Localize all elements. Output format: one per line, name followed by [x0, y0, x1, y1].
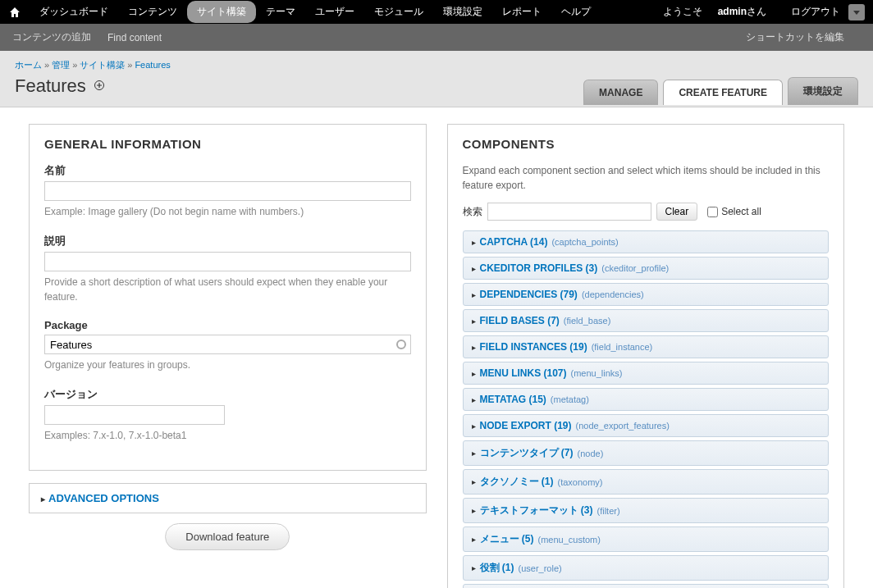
- description-description: Provide a short description of what user…: [44, 275, 411, 304]
- topbar-menu-item[interactable]: 環境設定: [433, 1, 492, 23]
- breadcrumb-link[interactable]: サイト構築: [80, 60, 125, 70]
- component-item[interactable]: CKEDITOR PROFILES (3)(ckeditor_profile): [463, 257, 830, 280]
- component-name: FIELD BASES (7): [480, 315, 560, 326]
- clear-button[interactable]: Clear: [656, 203, 698, 221]
- topbar-menu-item[interactable]: ダッシュボード: [30, 1, 118, 23]
- component-name: メニュー (5): [480, 532, 534, 546]
- topbar-right: ようこそ adminさん ログアウト: [663, 4, 865, 21]
- advanced-options-header[interactable]: ADVANCED OPTIONS: [41, 492, 414, 504]
- component-name: コンテンツタイプ (7): [480, 446, 574, 460]
- left-column: GENERAL INFORMATION 名前 Example: Image ga…: [29, 124, 427, 588]
- add-content-link[interactable]: コンテンツの追加: [12, 30, 91, 44]
- tab-settings[interactable]: 環境設定: [788, 77, 858, 105]
- component-name: MENU LINKS (107): [480, 367, 567, 379]
- component-machine-name: (menu_custom): [538, 535, 601, 545]
- component-machine-name: (node): [578, 449, 604, 458]
- component-item[interactable]: 権限 (140)(user_permission): [463, 584, 830, 588]
- components-description: Expand each component section and select…: [463, 163, 830, 193]
- breadcrumb-separator: »: [127, 60, 132, 70]
- component-machine-name: (node_export_features): [576, 421, 670, 431]
- name-field-wrapper: 名前 Example: Image gallery (Do not begin …: [44, 163, 411, 219]
- component-name: DEPENDENCIES (79): [480, 289, 578, 300]
- component-item[interactable]: FIELD INSTANCES (19)(field_instance): [463, 335, 830, 358]
- page-title: Features: [15, 75, 104, 107]
- breadcrumb-separator: »: [44, 60, 49, 70]
- package-label: Package: [44, 319, 411, 331]
- breadcrumb: ホーム»管理»サイト構築»Features: [15, 59, 858, 71]
- name-description: Example: Image gallery (Do not begin nam…: [44, 204, 411, 219]
- components-list: CAPTCHA (14)(captcha_points)CKEDITOR PRO…: [463, 230, 830, 588]
- component-name: NODE EXPORT (19): [480, 420, 572, 431]
- topbar-menu-item[interactable]: サイト構築: [187, 1, 256, 23]
- package-description: Organize your features in groups.: [44, 358, 411, 372]
- edit-shortcuts-link[interactable]: ショートカットを編集: [746, 30, 844, 44]
- topbar-menu-item[interactable]: モジュール: [364, 1, 433, 23]
- component-machine-name: (user_role): [519, 563, 562, 573]
- components-heading: COMPONENTS: [463, 137, 830, 151]
- admin-topbar: ダッシュボードコンテンツサイト構築テーマユーザーモジュール環境設定レポートヘルプ…: [0, 0, 873, 24]
- select-all-label: Select all: [721, 206, 761, 217]
- topbar-menu-item[interactable]: ユーザー: [305, 1, 364, 23]
- general-info-heading: GENERAL INFORMATION: [44, 137, 411, 151]
- component-item[interactable]: MENU LINKS (107)(menu_links): [463, 362, 830, 385]
- description-label: 説明: [44, 234, 411, 248]
- download-feature-button[interactable]: Download feature: [165, 523, 290, 550]
- home-icon[interactable]: [8, 6, 21, 19]
- components-search-input[interactable]: [487, 203, 651, 221]
- select-all-checkbox[interactable]: [707, 207, 718, 217]
- topbar-menu-item[interactable]: テーマ: [256, 1, 305, 23]
- component-item[interactable]: コンテンツタイプ (7)(node): [463, 440, 830, 466]
- topbar-menu: ダッシュボードコンテンツサイト構築テーマユーザーモジュール環境設定レポートヘルプ: [30, 1, 663, 23]
- right-column: COMPONENTS Expand each component section…: [447, 124, 845, 588]
- description-field-wrapper: 説明 Provide a short description of what u…: [44, 234, 411, 304]
- component-machine-name: (captcha_points): [551, 237, 618, 247]
- page-tabs: MANAGE CREATE FEATURE 環境設定: [583, 77, 858, 105]
- breadcrumb-link[interactable]: Features: [135, 60, 170, 70]
- autocomplete-icon: [396, 340, 406, 349]
- advanced-options-fieldset[interactable]: ADVANCED OPTIONS: [29, 483, 427, 513]
- component-item[interactable]: METATAG (15)(metatag): [463, 388, 830, 411]
- component-item[interactable]: NODE EXPORT (19)(node_export_features): [463, 414, 830, 437]
- topbar-menu-item[interactable]: ヘルプ: [551, 1, 601, 23]
- component-machine-name: (field_instance): [592, 342, 653, 352]
- component-item[interactable]: タクソノミー (1)(taxonomy): [463, 469, 830, 495]
- topbar-menu-item[interactable]: レポート: [492, 1, 551, 23]
- component-item[interactable]: DEPENDENCIES (79)(dependencies): [463, 283, 830, 306]
- breadcrumb-area: ホーム»管理»サイト構築»Features Features MANAGE CR…: [0, 51, 873, 107]
- breadcrumb-link[interactable]: 管理: [52, 60, 70, 70]
- component-machine-name: (metatag): [551, 394, 589, 404]
- component-machine-name: (dependencies): [582, 289, 644, 299]
- description-input[interactable]: [44, 252, 411, 271]
- component-name: CKEDITOR PROFILES (3): [480, 262, 598, 274]
- breadcrumb-link[interactable]: ホーム: [15, 60, 42, 70]
- plus-icon[interactable]: [94, 80, 104, 93]
- component-item[interactable]: 役割 (1)(user_role): [463, 555, 830, 581]
- component-name: 役割 (1): [480, 561, 514, 575]
- component-name: FIELD INSTANCES (19): [480, 341, 587, 353]
- find-content-link[interactable]: Find content: [107, 32, 162, 43]
- tab-create-feature[interactable]: CREATE FEATURE: [663, 80, 783, 105]
- component-name: テキストフォーマット (3): [480, 504, 593, 517]
- component-item[interactable]: メニュー (5)(menu_custom): [463, 526, 830, 552]
- component-item[interactable]: FIELD BASES (7)(field_base): [463, 309, 830, 332]
- breadcrumb-separator: »: [72, 60, 77, 70]
- component-item[interactable]: CAPTCHA (14)(captcha_points): [463, 230, 830, 253]
- name-label: 名前: [44, 163, 411, 178]
- version-input[interactable]: [44, 405, 225, 425]
- component-name: CAPTCHA (14): [480, 236, 548, 248]
- component-machine-name: (ckeditor_profile): [601, 263, 669, 273]
- tab-manage[interactable]: MANAGE: [583, 80, 658, 105]
- component-machine-name: (menu_links): [571, 368, 623, 378]
- dropdown-toggle[interactable]: [848, 4, 865, 21]
- components-search-row: 検索 Clear Select all: [463, 203, 830, 221]
- package-input[interactable]: [44, 335, 411, 354]
- select-all-wrapper[interactable]: Select all: [707, 206, 761, 217]
- search-label: 検索: [463, 205, 482, 219]
- topbar-menu-item[interactable]: コンテンツ: [118, 1, 187, 23]
- component-machine-name: (taxonomy): [558, 477, 603, 487]
- name-input[interactable]: [44, 181, 411, 201]
- component-item[interactable]: テキストフォーマット (3)(filter): [463, 498, 830, 523]
- logout-link[interactable]: ログアウト: [791, 5, 840, 19]
- components-fieldset: COMPONENTS Expand each component section…: [447, 124, 845, 588]
- main-content: GENERAL INFORMATION 名前 Example: Image ga…: [0, 107, 873, 588]
